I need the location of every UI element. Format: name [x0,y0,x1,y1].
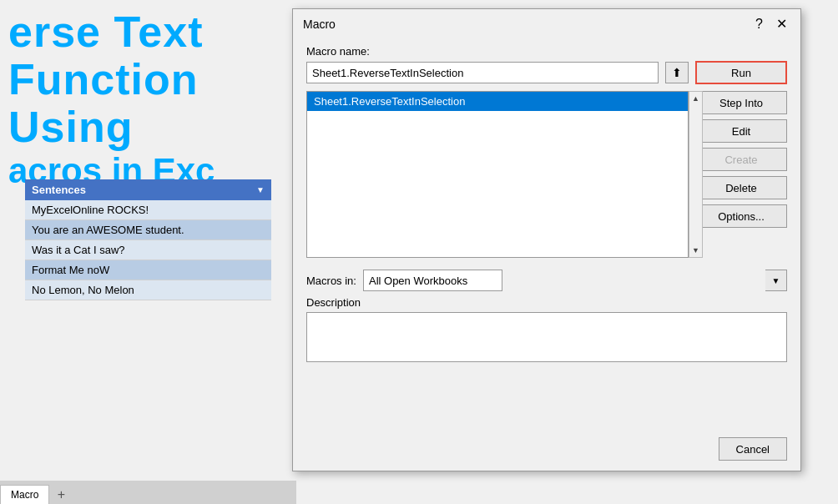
add-sheet-button[interactable]: + [51,486,71,504]
description-box[interactable] [306,312,787,362]
tab-bar: Macro + [0,481,296,504]
upload-icon: ⬆ [672,66,682,79]
background-title: erse Text Function Using acros in Exc [0,0,300,190]
table-row[interactable]: MyExcelOnline ROCKS! [25,200,271,220]
run-button[interactable]: Run [695,61,787,84]
bg-title-line1: erse Text Function Using [8,8,300,152]
macro-list-container: Sheet1.ReverseTextInSelection ▲ ▼ [306,91,689,258]
column-header-label: Sentences [32,184,86,196]
content-area: Sheet1.ReverseTextInSelection ▲ ▼ Step I… [306,91,787,258]
macros-in-label: Macros in: [306,275,356,287]
create-button[interactable]: Create [695,148,787,171]
options-button[interactable]: Options... [695,204,787,228]
close-icon[interactable]: ✕ [773,16,790,32]
description-label: Description [306,296,787,309]
table-row[interactable]: Format Me noW [25,260,271,280]
upload-button[interactable]: ⬆ [665,62,689,83]
scroll-down-button[interactable]: ▼ [689,244,702,257]
list-item[interactable]: Sheet1.ReverseTextInSelection [307,92,688,111]
table-row[interactable]: Was it a Cat I saw? [25,240,271,260]
macros-in-select-wrapper: All Open Workbooks This Workbook Persona… [363,270,787,291]
table-row[interactable]: No Lemon, No Melon [25,280,271,300]
dialog-body: Macro name: ⬆ Run Sheet1.ReverseTextInSe… [293,37,800,431]
scroll-up-button[interactable]: ▲ [689,92,702,105]
macro-name-row: ⬆ Run [306,61,787,84]
tab-macro[interactable]: Macro [0,485,49,504]
table-row[interactable]: You are an AWESOME student. [25,220,271,240]
cancel-button[interactable]: Cancel [719,437,787,461]
help-icon[interactable]: ? [752,17,766,32]
macro-dialog-overlay: Macro ? ✕ Macro name: ⬆ Run [292,8,801,484]
step-into-button[interactable]: Step Into [695,91,787,114]
select-dropdown-arrow-icon: ▼ [765,270,787,291]
dialog-title: Macro [303,18,336,31]
spreadsheet-rows: MyExcelOnline ROCKS! You are an AWESOME … [25,200,271,300]
action-buttons: Step Into Edit Create Delete Options... [695,91,787,258]
dialog-titlebar: Macro ? ✕ [293,9,800,37]
delete-button[interactable]: Delete [695,176,787,199]
macro-list[interactable]: Sheet1.ReverseTextInSelection [306,91,689,258]
macro-dialog: Macro ? ✕ Macro name: ⬆ Run [292,8,801,471]
macros-in-row: Macros in: All Open Workbooks This Workb… [306,270,787,291]
macro-name-input[interactable] [306,62,659,83]
dialog-controls: ? ✕ [752,16,790,32]
edit-button[interactable]: Edit [695,119,787,143]
dialog-footer: Cancel [293,431,800,471]
scrollbar[interactable]: ▲ ▼ [689,91,703,258]
macro-name-label: Macro name: [306,45,787,58]
macros-in-select[interactable]: All Open Workbooks This Workbook Persona… [363,270,502,291]
column-header[interactable]: Sentences ▼ [25,179,271,200]
spreadsheet-area: Sentences ▼ MyExcelOnline ROCKS! You are… [25,179,317,300]
dropdown-arrow-icon[interactable]: ▼ [256,185,265,194]
